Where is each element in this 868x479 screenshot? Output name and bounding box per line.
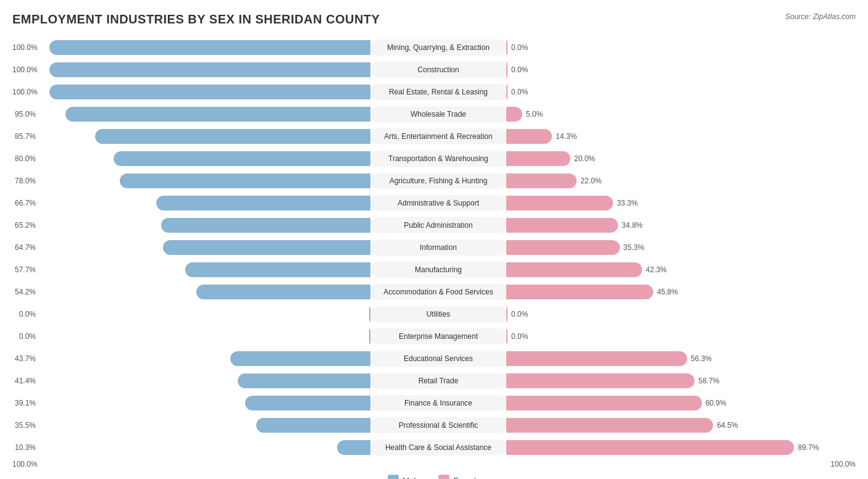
table-row: 0.0% Enterprise Management 0.0% (12, 327, 856, 346)
female-label: 60.9% (706, 399, 729, 407)
female-bar (506, 262, 642, 277)
left-bar-wrap (40, 396, 370, 410)
male-label: 10.3% (12, 443, 36, 452)
female-label: 20.0% (574, 154, 598, 163)
male-bar (196, 285, 370, 299)
female-bar (506, 62, 507, 77)
female-label: 45.8% (657, 288, 680, 296)
right-side: 56.3% (506, 351, 864, 366)
male-bar (337, 440, 370, 455)
right-side: 60.9% (506, 396, 864, 410)
industry-label: Health Care & Social Assistance (370, 439, 506, 456)
industry-label: Information (370, 240, 506, 256)
right-side: 42.3% (506, 262, 864, 277)
table-row: 43.7% Educational Services 56.3% (12, 349, 856, 369)
female-bar (506, 373, 695, 388)
male-label: 80.0% (12, 154, 36, 163)
female-bar (506, 351, 687, 366)
bottom-labels: 100.0% 100.0% (12, 460, 856, 469)
right-side: 14.3% (506, 129, 864, 144)
left-side: 85.7% (12, 129, 370, 144)
table-row: 39.1% Finance & Insurance 60.9% (12, 393, 856, 413)
industry-label: Public Administration (370, 217, 506, 233)
right-side: 5.0% (506, 107, 864, 122)
male-bar (163, 240, 370, 255)
left-side: 35.5% (12, 418, 370, 433)
right-side: 0.0% (506, 329, 864, 344)
left-bar-wrap (40, 418, 370, 433)
female-label: 0.0% (511, 43, 535, 52)
table-row: 95.0% Wholesale Trade 5.0% (12, 104, 856, 124)
female-bar (506, 218, 618, 233)
left-bar-wrap (41, 40, 370, 55)
table-row: 35.5% Professional & Scientific 64.5% (12, 415, 856, 435)
left-side: 64.7% (12, 240, 370, 255)
female-bar (506, 107, 522, 122)
left-side: 95.0% (12, 107, 370, 122)
left-bar-wrap (40, 240, 370, 255)
male-bar (120, 173, 370, 188)
table-row: 65.2% Public Administration 34.8% (12, 215, 856, 235)
left-side: 66.7% (12, 196, 370, 210)
table-row: 0.0% Utilities 0.0% (12, 304, 856, 324)
female-bar (506, 196, 613, 210)
left-side: 0.0% (12, 307, 370, 322)
right-side: 34.8% (506, 218, 864, 233)
left-side: 65.2% (12, 218, 370, 233)
left-side: 100.0% (12, 62, 370, 77)
industry-label: Educational Services (370, 351, 506, 367)
male-label: 95.0% (12, 110, 36, 119)
industry-label: Mining, Quarrying, & Extraction (370, 40, 506, 56)
female-label: 56.3% (691, 354, 714, 363)
legend-male-box (388, 475, 399, 479)
table-row: 85.7% Arts, Entertainment & Recreation 1… (12, 127, 856, 146)
industry-label: Retail Trade (370, 373, 506, 389)
male-bar (245, 396, 370, 410)
female-label: 34.8% (622, 221, 645, 230)
left-bar-wrap (40, 307, 370, 322)
female-label: 42.3% (646, 265, 669, 274)
female-label: 0.0% (511, 332, 535, 341)
industry-label: Accommodation & Food Services (370, 284, 506, 300)
right-side: 0.0% (506, 40, 864, 55)
table-row: 100.0% Real Estate, Rental & Leasing 0.0… (12, 82, 856, 102)
industry-label: Professional & Scientific (370, 417, 506, 433)
female-bar (506, 329, 507, 344)
male-bar (161, 218, 370, 233)
female-bar (506, 85, 507, 99)
male-label: 65.2% (12, 221, 36, 230)
left-side: 100.0% (12, 85, 370, 99)
male-bar (114, 151, 370, 166)
female-label: 0.0% (511, 65, 535, 74)
left-side: 57.7% (12, 262, 370, 277)
male-label: 39.1% (12, 399, 36, 407)
male-label: 64.7% (12, 243, 36, 252)
industry-label: Real Estate, Rental & Leasing (370, 84, 506, 100)
female-bar (506, 440, 794, 455)
legend-female-label: Female (453, 476, 480, 480)
male-label: 66.7% (12, 199, 36, 207)
legend-female-box (438, 475, 449, 479)
female-label: 0.0% (511, 88, 535, 96)
right-side: 64.5% (506, 418, 864, 433)
left-bar-wrap (40, 373, 370, 388)
left-bar-wrap (40, 351, 370, 366)
table-row: 41.4% Retail Trade 58.7% (12, 371, 856, 391)
right-side: 35.3% (506, 240, 864, 255)
left-bar-wrap (40, 107, 370, 122)
legend: Male Female (12, 475, 856, 479)
right-side: 0.0% (506, 85, 864, 99)
female-label: 5.0% (526, 110, 549, 119)
left-side: 80.0% (12, 151, 370, 166)
male-bar (230, 351, 370, 366)
male-label: 41.4% (12, 377, 36, 385)
table-row: 80.0% Transportation & Warehousing 20.0% (12, 149, 856, 169)
industry-label: Enterprise Management (370, 328, 506, 344)
left-bar-wrap (41, 85, 370, 99)
table-row: 66.7% Administrative & Support 33.3% (12, 193, 856, 213)
left-side: 0.0% (12, 329, 370, 344)
right-side: 33.3% (506, 196, 864, 210)
female-bar (506, 40, 507, 55)
right-side: 45.8% (506, 285, 864, 299)
left-side: 100.0% (12, 40, 370, 55)
